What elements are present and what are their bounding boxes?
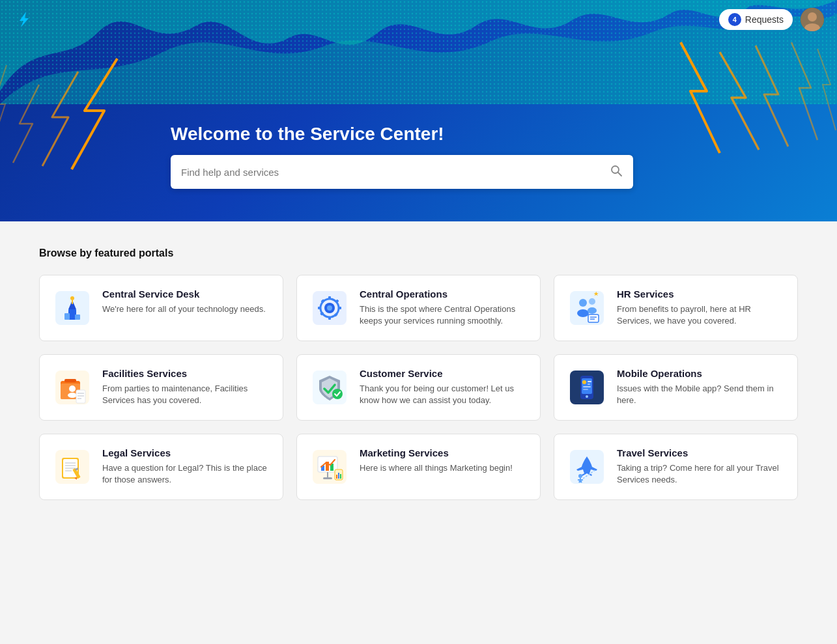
svg-rect-78 bbox=[340, 474, 341, 479]
portal-info-travel-services: Travel Services Taking a trip? Come here… bbox=[617, 447, 784, 486]
portal-desc-marketing-services: Here is where all things Marketing begin… bbox=[360, 462, 527, 474]
svg-rect-12 bbox=[64, 313, 70, 320]
portal-desc-legal-services: Have a question for Legal? This is the p… bbox=[102, 462, 270, 486]
portal-card-hr-services[interactable]: HR Services From benefits to payroll, he… bbox=[554, 275, 798, 341]
svg-point-29 bbox=[579, 299, 587, 307]
svg-rect-74 bbox=[323, 477, 332, 479]
hr-services-icon bbox=[567, 288, 606, 328]
main-content: Browse by featured portals Central Servi… bbox=[0, 221, 837, 612]
svg-point-30 bbox=[577, 309, 589, 317]
svg-point-6 bbox=[612, 166, 619, 173]
svg-point-31 bbox=[589, 298, 595, 305]
topbar: 4 Requests bbox=[0, 0, 837, 39]
portal-desc-hr-services: From benefits to payroll, here at HR Ser… bbox=[617, 303, 784, 327]
topbar-right: 4 Requests bbox=[719, 8, 824, 31]
svg-rect-23 bbox=[338, 307, 341, 309]
svg-rect-22 bbox=[318, 307, 321, 309]
svg-point-32 bbox=[588, 307, 597, 314]
svg-point-52 bbox=[586, 395, 588, 398]
portal-desc-facilities-services: From parties to maintenance, Facilities … bbox=[102, 383, 270, 406]
portal-card-marketing-services[interactable]: Marketing Services Here is where all thi… bbox=[296, 434, 541, 500]
portal-name-customer-service: Customer Service bbox=[360, 368, 527, 379]
search-bar bbox=[171, 155, 633, 189]
logo[interactable] bbox=[13, 9, 34, 30]
svg-point-4 bbox=[808, 12, 817, 21]
svg-point-14 bbox=[70, 296, 74, 300]
lightning-right-decoration bbox=[642, 39, 837, 169]
requests-count: 4 bbox=[728, 13, 741, 26]
central-service-desk-icon bbox=[53, 288, 92, 328]
hero-content: Welcome to the Service Center! bbox=[0, 124, 633, 189]
portal-info-legal-services: Legal Services Have a question for Legal… bbox=[102, 447, 270, 486]
svg-rect-33 bbox=[588, 315, 599, 322]
user-avatar[interactable] bbox=[801, 8, 824, 31]
mobile-operations-icon bbox=[567, 368, 606, 407]
portal-name-marketing-services: Marketing Services bbox=[360, 447, 527, 458]
svg-point-40 bbox=[69, 385, 76, 392]
portal-name-central-service-desk: Central Service Desk bbox=[102, 288, 270, 300]
hero-title: Welcome to the Service Center! bbox=[171, 124, 633, 145]
portal-desc-customer-service: Thank you for being our customer! Let us… bbox=[360, 383, 527, 406]
svg-rect-21 bbox=[328, 316, 331, 320]
svg-point-53 bbox=[582, 380, 586, 384]
portal-name-hr-services: HR Services bbox=[617, 288, 784, 300]
portal-card-legal-services[interactable]: Legal Services Have a question for Legal… bbox=[39, 434, 283, 500]
portal-info-central-operations: Central Operations This is the spot wher… bbox=[360, 288, 527, 327]
portal-info-customer-service: Customer Service Thank you for being our… bbox=[360, 368, 527, 406]
portal-name-mobile-operations: Mobile Operations bbox=[617, 368, 784, 379]
legal-services-icon bbox=[53, 447, 92, 486]
facilities-services-icon bbox=[53, 368, 92, 407]
portal-info-facilities-services: Facilities Services From parties to main… bbox=[102, 368, 270, 406]
svg-line-7 bbox=[618, 173, 621, 176]
portal-info-hr-services: HR Services From benefits to payroll, he… bbox=[617, 288, 784, 327]
requests-label: Requests bbox=[745, 14, 784, 25]
portal-name-travel-services: Travel Services bbox=[617, 447, 784, 458]
svg-rect-20 bbox=[328, 296, 331, 300]
portal-card-facilities-services[interactable]: Facilities Services From parties to main… bbox=[39, 354, 283, 421]
portal-card-central-service-desk[interactable]: Central Service Desk We're here for all … bbox=[39, 275, 283, 341]
search-input[interactable] bbox=[181, 167, 610, 178]
svg-rect-73 bbox=[327, 472, 328, 477]
portal-info-mobile-operations: Mobile Operations Issues with the Mobile… bbox=[617, 368, 784, 406]
portal-name-central-operations: Central Operations bbox=[360, 288, 527, 300]
portal-card-customer-service[interactable]: Customer Service Thank you for being our… bbox=[296, 354, 541, 421]
portal-desc-central-operations: This is the spot where Central Operation… bbox=[360, 303, 527, 327]
portal-card-travel-services[interactable]: Travel Services Taking a trip? Come here… bbox=[554, 434, 798, 500]
search-icon bbox=[610, 164, 623, 180]
portal-info-marketing-services: Marketing Services Here is where all thi… bbox=[360, 447, 527, 474]
portal-desc-mobile-operations: Issues with the Mobile app? Send them in… bbox=[617, 383, 784, 406]
svg-rect-77 bbox=[338, 473, 339, 479]
svg-point-48 bbox=[332, 389, 343, 399]
svg-point-41 bbox=[68, 393, 77, 398]
marketing-services-icon bbox=[310, 447, 349, 486]
svg-rect-43 bbox=[76, 390, 85, 403]
customer-service-icon bbox=[310, 368, 349, 407]
svg-marker-2 bbox=[20, 12, 29, 27]
travel-services-icon bbox=[567, 447, 606, 486]
requests-button[interactable]: 4 Requests bbox=[719, 9, 793, 30]
portal-desc-travel-services: Taking a trip? Come here for all your Tr… bbox=[617, 462, 784, 486]
portals-grid: Central Service Desk We're here for all … bbox=[39, 275, 798, 500]
svg-rect-76 bbox=[336, 475, 337, 479]
portal-card-central-operations[interactable]: Central Operations This is the spot wher… bbox=[296, 275, 541, 341]
portal-desc-central-service-desk: We're here for all of your technology ne… bbox=[102, 303, 270, 315]
portal-name-facilities-services: Facilities Services bbox=[102, 368, 270, 379]
svg-rect-57 bbox=[583, 389, 588, 390]
svg-rect-56 bbox=[583, 386, 591, 387]
svg-point-80 bbox=[578, 474, 582, 478]
hero-section: 4 Requests Welcome to the Service Center… bbox=[0, 0, 837, 221]
svg-rect-54 bbox=[588, 381, 591, 382]
section-title: Browse by featured portals bbox=[39, 247, 798, 259]
central-operations-icon bbox=[310, 288, 349, 328]
portal-name-legal-services: Legal Services bbox=[102, 447, 270, 458]
portal-card-mobile-operations[interactable]: Mobile Operations Issues with the Mobile… bbox=[554, 354, 798, 421]
svg-point-19 bbox=[327, 305, 332, 311]
svg-rect-13 bbox=[75, 315, 80, 320]
svg-rect-55 bbox=[588, 384, 590, 385]
portal-info-central-service-desk: Central Service Desk We're here for all … bbox=[102, 288, 270, 315]
svg-rect-42 bbox=[64, 379, 76, 382]
